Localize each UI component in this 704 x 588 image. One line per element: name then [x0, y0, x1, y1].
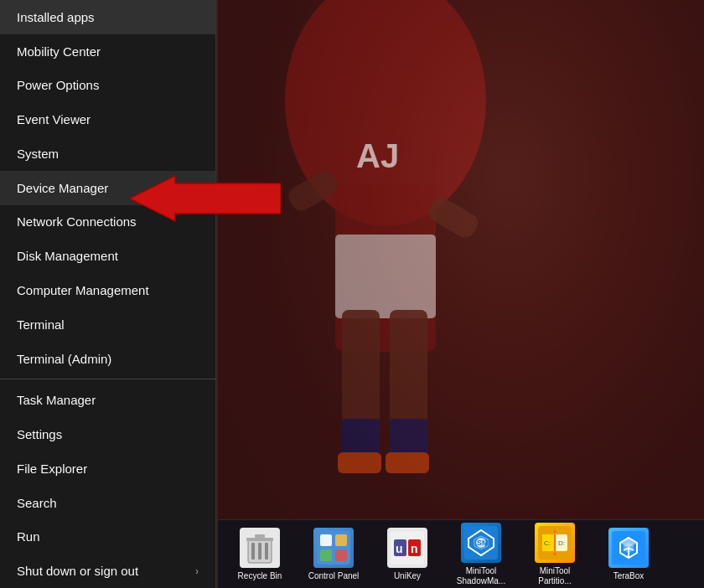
taskbar-item-unikey[interactable]: u n UniKey — [374, 524, 441, 585]
taskbar-label-control-panel: Control Panel — [308, 571, 360, 581]
menu-item-installed-apps[interactable]: Installed apps — [0, 0, 215, 34]
svg-rect-23 — [335, 549, 347, 561]
menu-item-file-explorer[interactable]: File Explorer — [0, 451, 215, 486]
menu-label-run: Run — [17, 529, 40, 544]
taskbar-label-unikey: UniKey — [394, 571, 421, 581]
menu-label-settings: Settings — [17, 427, 62, 441]
taskbar: Recycle Bin Control Panel u — [218, 519, 704, 588]
svg-text:D:: D: — [558, 539, 565, 547]
svg-rect-3 — [335, 235, 436, 318]
svg-rect-8 — [338, 452, 381, 473]
svg-rect-14 — [251, 543, 255, 560]
taskbar-label-minitool-partition: MiniTool Partitio... — [525, 566, 585, 586]
control-panel-icon — [313, 528, 354, 568]
menu-label-disk-management: Disk Management — [17, 249, 118, 263]
menu-label-terminal: Terminal — [17, 317, 65, 332]
menu-item-run[interactable]: Run — [0, 519, 215, 554]
taskbar-item-control-panel[interactable]: Control Panel — [300, 524, 367, 585]
unikey-icon: u n — [387, 528, 427, 568]
menu-divider-1 — [0, 379, 215, 379]
menu-item-disk-management[interactable]: Disk Management — [0, 239, 215, 273]
menu-label-power-options: Power Options — [17, 78, 99, 92]
menu-label-device-manager: Device Manager — [17, 181, 108, 195]
svg-rect-9 — [386, 452, 429, 473]
menu-label-mobility-center: Mobility Center — [17, 44, 101, 59]
taskbar-item-recycle-bin[interactable]: Recycle Bin — [226, 524, 293, 585]
svg-text:u: u — [396, 542, 403, 555]
svg-rect-20 — [320, 534, 332, 546]
minitool-partition-icon: C: D: — [535, 523, 575, 563]
menu-item-terminal-admin[interactable]: Terminal (Admin) — [0, 342, 215, 376]
desktop-background: AJ — [218, 0, 704, 588]
menu-label-network-connections: Network Connections — [17, 214, 137, 229]
taskbar-item-minitool-partition[interactable]: C: D: MiniTool Partitio... — [521, 519, 588, 589]
taskbar-label-minitool-shadow: MiniTool ShadowMa... — [451, 566, 511, 586]
svg-rect-15 — [258, 543, 261, 560]
menu-item-power-options[interactable]: Power Options — [0, 69, 215, 103]
menu-label-event-viewer: Event Viewer — [17, 112, 91, 126]
menu-item-system[interactable]: System — [0, 137, 215, 171]
menu-item-event-viewer[interactable]: Event Viewer — [0, 102, 215, 137]
menu-item-mobility-center[interactable]: Mobility Center — [0, 34, 215, 69]
taskbar-label-terabox: TeraBox — [613, 571, 644, 581]
context-menu: Installed apps Mobility Center Power Opt… — [0, 0, 216, 588]
menu-label-shut-down: Shut down or sign out — [17, 564, 138, 578]
svg-text:C:: C: — [544, 539, 551, 547]
menu-item-task-manager[interactable]: Task Manager — [0, 383, 215, 417]
svg-text:SM: SM — [477, 539, 489, 547]
menu-label-terminal-admin: Terminal (Admin) — [17, 352, 111, 366]
taskbar-item-minitool-shadow[interactable]: SM MiniTool ShadowMa... — [448, 519, 515, 589]
menu-item-computer-management[interactable]: Computer Management — [0, 273, 215, 307]
menu-item-settings[interactable]: Settings — [0, 417, 215, 451]
menu-item-shut-down[interactable]: Shut down or sign out › — [0, 554, 215, 588]
svg-rect-22 — [320, 549, 332, 561]
recycle-bin-icon — [240, 528, 280, 568]
menu-label-system: System — [17, 147, 59, 161]
taskbar-label-recycle-bin: Recycle Bin — [238, 571, 282, 581]
menu-item-search[interactable]: Search — [0, 486, 215, 520]
minitool-shadowmaker-icon: SM — [461, 523, 501, 563]
menu-item-network-connections[interactable]: Network Connections — [0, 205, 215, 240]
svg-rect-16 — [265, 543, 268, 560]
menu-label-computer-management: Computer Management — [17, 283, 149, 297]
svg-rect-21 — [335, 534, 347, 546]
svg-rect-18 — [255, 534, 265, 538]
menu-item-terminal[interactable]: Terminal — [0, 307, 215, 342]
svg-text:AJ: AJ — [356, 137, 399, 174]
menu-label-task-manager: Task Manager — [17, 393, 96, 407]
svg-rect-17 — [246, 538, 273, 541]
menu-item-device-manager[interactable]: Device Manager — [0, 171, 215, 205]
taskbar-item-terabox[interactable]: TeraBox — [595, 524, 662, 585]
menu-label-file-explorer: File Explorer — [17, 462, 87, 476]
menu-label-search: Search — [17, 496, 57, 510]
terabox-icon — [608, 528, 649, 568]
menu-label-installed-apps: Installed apps — [17, 10, 95, 24]
chevron-right-icon: › — [195, 565, 199, 577]
svg-text:n: n — [411, 542, 418, 555]
